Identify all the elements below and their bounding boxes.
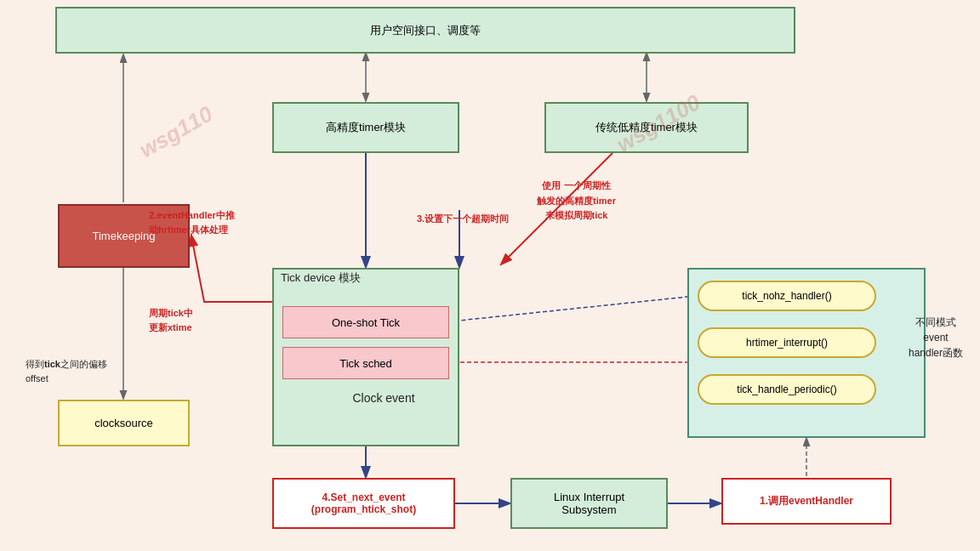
clocksource-label: clocksource <box>94 417 153 429</box>
tick-sched-box: Tick sched <box>282 347 449 379</box>
periodic-tick-label: 周期tick中更新xtime <box>149 306 259 334</box>
clock-event-label: Clock event <box>293 391 475 405</box>
event-handler-push-label: 2.eventHandler中推动hrtimer具体处理 <box>149 208 268 236</box>
different-mode-label: 不同模式eventhandler函数 <box>897 315 974 361</box>
hrtimer-label: 高精度timer模块 <box>326 120 406 135</box>
tick-sched-label: Tick sched <box>339 357 392 370</box>
hrtimer-box: 高精度timer模块 <box>272 102 459 153</box>
timekeeping-label: Timekeeping <box>93 230 156 242</box>
svg-line-8 <box>451 296 696 321</box>
tick-nohz-handler-box: tick_nohz_handler() <box>698 281 876 311</box>
one-shot-tick-box: One-shot Tick <box>282 306 449 338</box>
call-event-handler-label: 1.调用eventHandler <box>760 494 853 508</box>
tick-handle-periodic-box: tick_handle_periodic() <box>698 374 876 405</box>
one-shot-tick-label: One-shot Tick <box>332 316 400 329</box>
simulate-tick-label: 使用 一个周期性触发的高精度timer来模拟周期tick <box>515 179 638 224</box>
user-space-box: 用户空间接口、调度等 <box>55 7 795 54</box>
low-timer-box: 传统低精度timer模块 <box>544 102 749 153</box>
hrtimer-interrupt-box: hrtimer_interrupt() <box>698 327 876 358</box>
set-next-event-label: 4.Set_next_event (program_htick_shot) <box>311 491 416 515</box>
call-event-handler-box: 1.调用eventHandler <box>721 478 892 525</box>
tick-nohz-handler-label: tick_nohz_handler() <box>742 290 831 302</box>
hrtimer-interrupt-label: hrtimer_interrupt() <box>746 337 828 349</box>
user-space-label: 用户空间接口、调度等 <box>370 23 481 38</box>
linux-interrupt-box: Linux Interrupt Subsystem <box>510 478 668 529</box>
tick-offset-label: 得到tick之间的偏移offset <box>26 357 111 385</box>
set-next-event-box: 4.Set_next_event (program_htick_shot) <box>272 478 455 529</box>
tick-handle-periodic-label: tick_handle_periodic() <box>737 383 836 395</box>
tick-device-label: Tick device 模块 <box>281 270 361 286</box>
linux-interrupt-label: Linux Interrupt Subsystem <box>554 491 624 516</box>
clocksource-box: clocksource <box>58 400 190 446</box>
low-timer-label: 传统低精度timer模块 <box>595 120 698 135</box>
watermark-1: wsg110 <box>135 101 218 164</box>
